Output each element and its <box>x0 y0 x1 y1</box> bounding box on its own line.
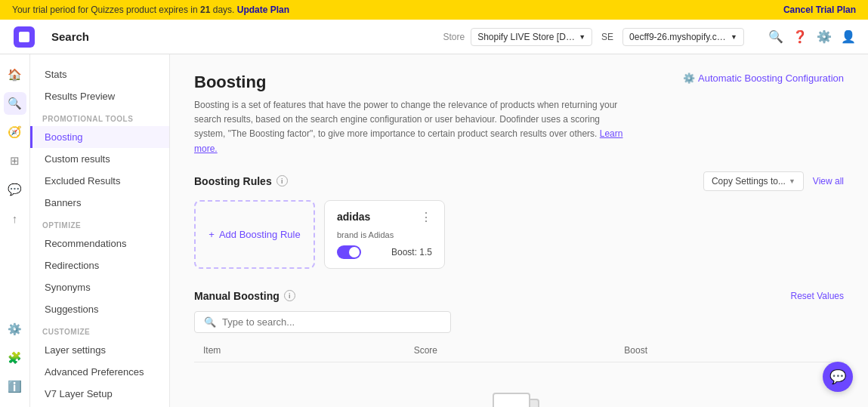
search-nav-icon[interactable]: 🔍 <box>4 92 26 115</box>
sidebar-item-advanced-preferences[interactable]: Advanced Preferences <box>30 361 169 383</box>
url-dropdown[interactable]: 0ecff9-26.myshopify.co... ▼ <box>622 28 744 46</box>
lang-indicator: SE <box>601 32 613 42</box>
page-title: Boosting <box>194 72 266 92</box>
page-header: Boosting ⚙️ Automatic Boosting Configura… <box>194 72 844 92</box>
chevron-down-icon: ▼ <box>579 33 585 41</box>
chat-icon[interactable]: 💬 <box>4 178 26 201</box>
auto-boost-link[interactable]: ⚙️ Automatic Boosting Configuration <box>683 72 844 84</box>
sidebar-item-synonyms[interactable]: Synonyms <box>30 276 169 298</box>
store-url: 0ecff9-26.myshopify.co... <box>629 32 727 42</box>
col-boost: Boost <box>624 345 835 356</box>
sidebar-item-excluded-results[interactable]: Excluded Results <box>30 170 169 192</box>
info-icon[interactable]: i <box>276 175 288 187</box>
chevron-down-icon2: ▼ <box>731 33 737 41</box>
sidebar-item-redirections[interactable]: Redirections <box>30 254 169 276</box>
app-title: Search <box>51 30 89 43</box>
promo-section-label: PROMOTIONAL TOOLS <box>30 107 169 126</box>
rule-card: adidas ⋮ brand is Adidas Boost: 1.5 <box>324 200 445 269</box>
copy-settings-button[interactable]: Copy Settings to... ▼ <box>703 171 804 191</box>
add-icon: + <box>209 229 215 240</box>
trial-text2: days. <box>210 5 236 15</box>
view-all-link[interactable]: View all <box>813 176 844 187</box>
toggle-dot <box>349 247 360 257</box>
store-name: Shopify LIVE Store [DO N... <box>477 32 576 42</box>
cancel-trial-link[interactable]: Cancel Trial Plan <box>783 5 856 15</box>
table-header: Item Score Boost <box>194 339 844 362</box>
puzzle-icon[interactable]: 🧩 <box>4 347 26 369</box>
manual-boosting-section: Manual Boosting i Reset Values 🔍 Item Sc… <box>194 290 844 407</box>
sidebar-item-results-preview[interactable]: Results Preview <box>30 85 169 107</box>
boosting-rules-label: Boosting Rules <box>194 175 272 187</box>
main-layout: 🏠 🔍 🧭 ⊞ 💬 ↑ ⚙️ 🧩 ℹ️ Stats Results Previe… <box>0 54 868 407</box>
optimize-section-label: OPTIMIZE <box>30 214 169 233</box>
grid-icon[interactable]: ⊞ <box>4 150 26 172</box>
nav-icons: 🔍 ❓ ⚙️ 👤 <box>768 29 856 44</box>
copy-chevron-icon: ▼ <box>789 177 795 185</box>
manual-info-icon[interactable]: i <box>284 290 295 301</box>
compass-icon[interactable]: 🧭 <box>4 121 26 143</box>
reset-values-link[interactable]: Reset Values <box>791 291 844 301</box>
col-item: Item <box>203 345 414 356</box>
info-rail-icon[interactable]: ℹ️ <box>4 375 26 398</box>
main-content: Boosting ⚙️ Automatic Boosting Configura… <box>170 54 868 407</box>
sidebar-item-stats[interactable]: Stats <box>30 63 169 85</box>
boost-value: Boost: 1.5 <box>391 247 432 257</box>
section-title: Boosting Rules i <box>194 175 288 187</box>
sidebar-item-v7-layer-setup[interactable]: V7 Layer Setup <box>30 383 169 405</box>
trial-text: Your trial period for Quizzes product ex… <box>12 5 200 15</box>
settings-small-icon: ⚙️ <box>683 72 695 84</box>
search-icon[interactable]: 🔍 <box>768 29 783 44</box>
sidebar-item-suggestions[interactable]: Suggestions <box>30 298 169 320</box>
sidebar-item-boosting[interactable]: Boosting <box>30 126 169 148</box>
home-icon[interactable]: 🏠 <box>4 63 26 86</box>
icon-rail: 🏠 🔍 🧭 ⊞ 💬 ↑ ⚙️ 🧩 ℹ️ <box>0 54 30 407</box>
rule-card-header: adidas ⋮ <box>337 210 432 224</box>
rules-container: + Add Boosting Rule adidas ⋮ brand is Ad… <box>194 200 844 269</box>
page-description: Boosting is a set of features that have … <box>194 98 632 156</box>
manual-search-icon: 🔍 <box>204 316 216 328</box>
empty-icon-front <box>493 393 530 407</box>
manual-search-input[interactable] <box>222 316 441 328</box>
chat-icon: 💬 <box>829 368 846 385</box>
store-dropdown[interactable]: Shopify LIVE Store [DO N... ▼ <box>471 28 592 46</box>
rule-description: brand is Adidas <box>337 230 432 239</box>
chat-button[interactable]: 💬 <box>823 362 853 392</box>
rule-footer: Boost: 1.5 <box>337 245 432 259</box>
rule-toggle[interactable] <box>337 245 361 259</box>
empty-state: Search any item to display data <box>194 362 844 407</box>
share-icon[interactable]: ↑ <box>4 207 26 230</box>
rule-menu-icon[interactable]: ⋮ <box>420 210 432 224</box>
help-icon[interactable]: ❓ <box>792 29 808 44</box>
add-boosting-rule-button[interactable]: + Add Boosting Rule <box>194 200 315 269</box>
auto-boost-label: Automatic Boosting Configuration <box>698 72 844 84</box>
settings-rail-icon[interactable]: ⚙️ <box>4 318 26 341</box>
trial-days: 21 <box>200 5 210 15</box>
settings-icon[interactable]: ⚙️ <box>817 29 832 44</box>
top-nav: Search Store Shopify LIVE Store [DO N...… <box>0 20 868 54</box>
store-label: Store <box>443 32 465 42</box>
sidebar-item-recommendations[interactable]: Recommendations <box>30 233 169 254</box>
empty-icon <box>493 393 545 407</box>
manual-section-title: Manual Boosting i <box>194 290 295 302</box>
store-section: Store Shopify LIVE Store [DO N... ▼ SE 0… <box>443 28 744 46</box>
section-actions: Copy Settings to... ▼ View all <box>703 171 844 191</box>
copy-settings-label: Copy Settings to... <box>712 176 786 187</box>
col-score: Score <box>414 345 625 356</box>
boosting-rules-section-header: Boosting Rules i Copy Settings to... ▼ V… <box>194 171 844 191</box>
sidebar-item-banners[interactable]: Banners <box>30 192 169 214</box>
logo <box>12 25 36 49</box>
manual-header: Manual Boosting i Reset Values <box>194 290 844 302</box>
manual-boosting-label: Manual Boosting <box>194 290 280 302</box>
update-plan-link[interactable]: Update Plan <box>237 5 289 15</box>
sidebar-item-layer-settings[interactable]: Layer settings <box>30 339 169 361</box>
customize-section-label: CUSTOMIZE <box>30 320 169 339</box>
sidebar: Stats Results Preview PROMOTIONAL TOOLS … <box>30 54 170 407</box>
rule-brand: adidas <box>337 211 370 223</box>
add-rule-label: Add Boosting Rule <box>219 229 301 240</box>
manual-search-box: 🔍 <box>194 311 451 333</box>
sidebar-item-custom-results[interactable]: Custom results <box>30 148 169 170</box>
trial-banner: Your trial period for Quizzes product ex… <box>0 0 868 20</box>
account-icon[interactable]: 👤 <box>841 29 856 44</box>
